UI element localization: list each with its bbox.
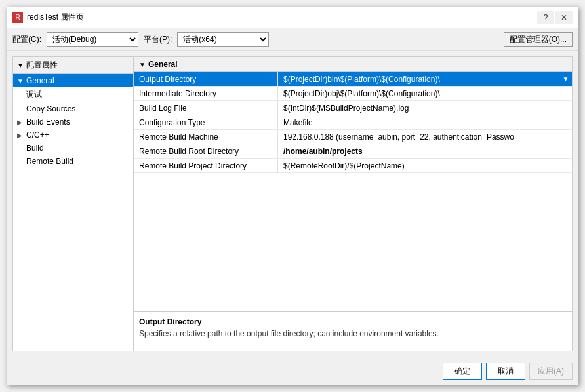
prop-value-remote-project-dir: $(RemoteRootDir)/$(ProjectName) <box>278 159 572 172</box>
prop-row-intermediate-dir[interactable]: Intermediate Directory $(ProjectDir)obj\… <box>134 87 572 101</box>
config-select[interactable]: 活动(Debug) <box>47 32 138 47</box>
prop-name-output-dir: Output Directory <box>134 72 278 86</box>
sidebar-item-build-events[interactable]: ▶ Build Events <box>13 115 133 128</box>
platform-select[interactable]: 活动(x64) <box>177 32 269 47</box>
prop-name-remote-machine: Remote Build Machine <box>134 130 278 144</box>
right-panel-header: ▼ General <box>134 57 572 72</box>
sidebar-item-cpp[interactable]: ▶ C/C++ <box>13 128 133 142</box>
sidebar-item-label: Copy Sources <box>26 104 75 113</box>
tree-arrow-general: ▼ <box>17 77 24 85</box>
prop-row-build-log[interactable]: Build Log File $(IntDir)$(MSBuildProject… <box>134 101 572 115</box>
close-button[interactable]: ✕ <box>555 11 573 24</box>
properties-table: Output Directory $(ProjectDir)bin\$(Plat… <box>134 72 572 311</box>
apply-button[interactable]: 应用(A) <box>529 363 573 380</box>
prop-name-intermediate-dir: Intermediate Directory <box>134 87 278 100</box>
left-panel-header: ▼ 配置属性 <box>13 57 133 74</box>
prop-value-remote-root-dir: /home/aubin/projects <box>278 144 572 158</box>
sidebar-item-debug[interactable]: 调试 <box>13 87 133 102</box>
config-manager-button[interactable]: 配置管理器(O)... <box>504 32 573 47</box>
right-panel: ▼ General Output Directory $(ProjectDir)… <box>134 56 573 351</box>
sidebar-item-copy-sources[interactable]: Copy Sources <box>13 102 133 115</box>
sidebar-item-label: 调试 <box>26 89 42 100</box>
panel-header-label: 配置属性 <box>26 60 58 71</box>
main-content: ▼ 配置属性 ▼ General 调试 Copy Sources ▶ Build… <box>7 51 578 357</box>
prop-name-remote-project-dir: Remote Build Project Directory <box>134 159 278 172</box>
collapse-icon-right: ▼ <box>139 61 146 68</box>
info-panel: Output Directory Specifies a relative pa… <box>134 311 572 351</box>
sidebar-item-build[interactable]: Build <box>13 142 133 155</box>
prop-value-build-log: $(IntDir)$(MSBuildProjectName).log <box>278 101 572 115</box>
sidebar-item-label: Build <box>26 144 44 153</box>
app-icon: R <box>12 12 23 23</box>
prop-value-intermediate-dir: $(ProjectDir)obj\$(Platform)\$(Configura… <box>278 87 572 100</box>
dialog-title: redisTest 属性页 <box>27 12 84 23</box>
platform-label: 平台(P): <box>144 34 172 45</box>
properties-dialog: R redisTest 属性页 ? ✕ 配置(C): 活动(Debug) 平台(… <box>7 7 578 385</box>
prop-row-output-dir[interactable]: Output Directory $(ProjectDir)bin\$(Plat… <box>134 72 572 87</box>
right-panel-title: General <box>148 60 178 69</box>
info-title: Output Directory <box>139 317 567 326</box>
sidebar-item-general[interactable]: ▼ General <box>13 74 133 87</box>
sidebar-item-label: General <box>26 76 54 85</box>
cancel-button[interactable]: 取消 <box>486 363 525 380</box>
toolbar: 配置(C): 活动(Debug) 平台(P): 活动(x64) 配置管理器(O)… <box>7 28 578 51</box>
sidebar-item-label: Remote Build <box>26 157 73 166</box>
config-label: 配置(C): <box>12 34 41 45</box>
left-panel: ▼ 配置属性 ▼ General 调试 Copy Sources ▶ Build… <box>12 56 134 351</box>
title-bar: R redisTest 属性页 ? ✕ <box>7 7 578 28</box>
prop-name-build-log: Build Log File <box>134 101 278 115</box>
bottom-bar: 确定 取消 应用(A) <box>7 357 578 385</box>
sidebar-item-remote-build[interactable]: Remote Build <box>13 155 133 168</box>
prop-row-remote-root-dir[interactable]: Remote Build Root Directory /home/aubin/… <box>134 144 572 159</box>
ok-button[interactable]: 确定 <box>443 363 482 380</box>
prop-name-config-type: Configuration Type <box>134 115 278 129</box>
tree-arrow-cpp: ▶ <box>17 132 24 139</box>
sidebar-item-label: Build Events <box>26 117 70 127</box>
title-buttons: ? ✕ <box>537 11 573 24</box>
tree-arrow-build-events: ▶ <box>17 119 24 126</box>
info-desc: Specifies a relative path to the output … <box>139 329 567 338</box>
prop-value-output-dir: $(ProjectDir)bin\$(Platform)\$(Configura… <box>278 72 559 86</box>
prop-value-remote-machine: 192.168.0.188 (username=aubin, port=22, … <box>278 130 572 144</box>
prop-dropdown-arrow[interactable]: ▼ <box>559 72 572 86</box>
collapse-icon: ▼ <box>17 62 24 69</box>
sidebar-item-label: C/C++ <box>26 130 49 140</box>
prop-value-config-type: Makefile <box>278 115 572 129</box>
prop-name-remote-root-dir: Remote Build Root Directory <box>134 144 278 158</box>
prop-row-config-type[interactable]: Configuration Type Makefile <box>134 115 572 130</box>
help-button[interactable]: ? <box>537 11 554 24</box>
title-bar-left: R redisTest 属性页 <box>12 12 84 23</box>
prop-row-remote-machine[interactable]: Remote Build Machine 192.168.0.188 (user… <box>134 130 572 144</box>
prop-row-remote-project-dir[interactable]: Remote Build Project Directory $(RemoteR… <box>134 159 572 173</box>
